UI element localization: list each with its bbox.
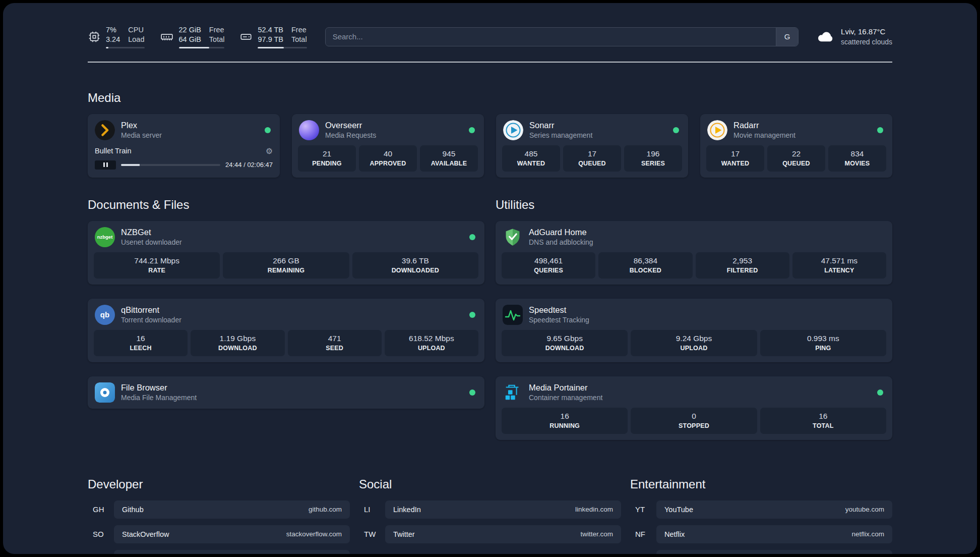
bookmark-group-developer: Developer GH Github github.com SO StackO… <box>88 477 350 554</box>
bookmark-netflix[interactable]: NF Netflix netflix.com <box>630 525 892 543</box>
disk-label-top: Free <box>291 25 307 35</box>
bookmark-pill: Netflix netflix.com <box>656 525 892 543</box>
bookmark-name: Github <box>122 506 144 514</box>
bookmark-abbr: YT <box>630 505 656 514</box>
weather-location: Lviv, 16.87°C <box>841 27 892 37</box>
service-subtitle: Torrent downloader <box>121 315 181 324</box>
service-card-qbittorrent[interactable]: qb qBittorrent Torrent downloader 16 <box>88 299 484 362</box>
service-card-overseerr[interactable]: Overseerr Media Requests 21 PENDING 40 A… <box>292 114 484 178</box>
bookmark-groups: Developer GH Github github.com SO StackO… <box>88 477 892 554</box>
stat-movies: 834 MOVIES <box>828 145 886 172</box>
bookmark-pill: Twitter twitter.com <box>385 525 621 543</box>
stats-row: 744.21 Mbps RATE 266 GB REMAINING 39.6 T… <box>94 252 478 278</box>
service-card-filebrowser[interactable]: File Browser Media File Management <box>88 376 484 409</box>
disk-progress-fill <box>258 47 284 48</box>
stat-download: 1.19 Gbps DOWNLOAD <box>191 330 284 356</box>
dashboard-content: 7% 3.24 CPU Load <box>3 3 977 554</box>
stat-stopped: 0 STOPPED <box>631 408 757 434</box>
stat-filtered: 2,953 FILTERED <box>696 252 789 278</box>
cpu-usage-value: 7% <box>106 25 120 35</box>
status-dot <box>877 389 883 396</box>
section-title-developer: Developer <box>88 477 350 491</box>
bookmark-abbr: LI <box>359 505 385 514</box>
pause-icon <box>103 162 105 167</box>
section-media: Media Plex Media server <box>88 91 892 178</box>
playback-progress-fill <box>121 164 140 166</box>
service-card-sonarr[interactable]: Sonarr Series management 485 WANTED 17 Q… <box>496 114 688 178</box>
search-bar: G <box>325 27 799 46</box>
pause-button[interactable] <box>95 160 116 170</box>
gear-icon[interactable]: ⚙ <box>266 146 273 156</box>
section-title-social: Social <box>359 477 621 491</box>
memory-icon <box>160 30 174 43</box>
service-card-speedtest[interactable]: Speedtest Speedtest Tracking 9.65 Gbps D… <box>496 299 892 362</box>
stat-wanted: 485 WANTED <box>502 145 560 172</box>
bookmark-name: StackOverflow <box>122 530 169 538</box>
service-card-radarr[interactable]: Radarr Movie management 17 WANTED 22 QUE… <box>700 114 892 178</box>
stat-wanted: 17 WANTED <box>706 145 764 172</box>
stats-row: 21 PENDING 40 APPROVED 945 AVAILABLE <box>298 145 478 172</box>
stat-leech: 16 LEECH <box>94 330 188 356</box>
stat-upload: 618.52 Mbps UPLOAD <box>385 330 478 356</box>
service-subtitle: Usenet downloader <box>121 238 182 247</box>
bookmark-url: twitter.com <box>580 530 613 538</box>
disk-label-bottom: Total <box>291 35 307 44</box>
middle-columns: Documents & Files nzbget NZBGet Usenet d… <box>88 198 892 440</box>
disk-free-value: 52.4 TB <box>258 25 283 35</box>
cpu-widget: 7% 3.24 CPU Load <box>88 25 145 48</box>
stat-remaining: 266 GB REMAINING <box>223 252 349 278</box>
service-card-nzbget[interactable]: nzbget NZBGet Usenet downloader 744.21 M… <box>88 221 484 285</box>
disk-progress-bar <box>258 47 307 48</box>
stat-series: 196 SERIES <box>624 145 682 172</box>
service-name: Plex <box>121 120 162 131</box>
stat-ping: 0.993 ms PING <box>760 330 886 356</box>
nzbget-icon: nzbget <box>95 227 115 247</box>
bookmark-github[interactable]: GH Github github.com <box>88 500 350 519</box>
weather-widget: Lviv, 16.87°C scattered clouds <box>817 27 892 46</box>
stat-latency: 47.571 ms LATENCY <box>792 252 886 278</box>
memory-progress-bar <box>179 47 225 48</box>
service-subtitle: Movie management <box>733 131 795 140</box>
service-card-adguard[interactable]: AdGuard Home DNS and adblocking 498,461 … <box>496 221 892 285</box>
bookmark-dev[interactable]: DT DEV dev.to <box>88 550 350 554</box>
stat-upload: 9.24 Gbps UPLOAD <box>631 330 757 356</box>
bookmark-pill: StackOverflow stackoverflow.com <box>114 525 350 543</box>
playback-progress-bar[interactable] <box>121 164 220 166</box>
cpu-label-bottom: Load <box>128 35 144 44</box>
status-dot <box>469 389 475 396</box>
memory-free-value: 22 GiB <box>179 25 201 35</box>
cpu-progress-fill <box>106 47 108 48</box>
section-title-entertainment: Entertainment <box>630 477 892 491</box>
service-name: Speedtest <box>529 305 589 315</box>
search-provider-button[interactable]: G <box>776 28 798 46</box>
memory-label-bottom: Total <box>209 35 225 44</box>
bookmark-reddit[interactable]: RE Reddit reddit.com <box>630 550 892 554</box>
service-card-plex[interactable]: Plex Media server Bullet Train ⚙ <box>88 114 280 178</box>
stats-row: 9.65 Gbps DOWNLOAD 9.24 Gbps UPLOAD 0.99… <box>502 330 886 356</box>
memory-label-top: Free <box>209 25 225 35</box>
bookmark-name: YouTube <box>664 506 693 514</box>
cpu-load-value: 3.24 <box>106 35 120 44</box>
bookmark-stackoverflow[interactable]: SO StackOverflow stackoverflow.com <box>88 525 350 543</box>
plex-icon <box>95 120 115 140</box>
bookmark-youtube[interactable]: YT YouTube youtube.com <box>630 500 892 519</box>
cloud-icon <box>817 28 835 45</box>
stat-seed: 471 SEED <box>288 330 382 356</box>
dashboard: 7% 3.24 CPU Load <box>3 3 977 554</box>
stat-download: 9.65 Gbps DOWNLOAD <box>502 330 628 356</box>
service-name: NZBGet <box>121 227 182 238</box>
section-title-utilities: Utilities <box>496 198 892 212</box>
search-input[interactable] <box>326 28 776 46</box>
bookmark-abbr: SO <box>88 530 114 538</box>
disk-total-value: 97.9 TB <box>258 35 283 44</box>
bookmark-url: linkedin.com <box>575 506 613 513</box>
bookmark-twitter[interactable]: TW Twitter twitter.com <box>359 525 621 543</box>
bookmark-url: netflix.com <box>851 530 884 538</box>
bookmark-url: youtube.com <box>845 506 884 513</box>
bookmark-group-social: Social LI LinkedIn linkedin.com TW Twitt… <box>359 477 621 543</box>
bookmark-linkedin[interactable]: LI LinkedIn linkedin.com <box>359 500 621 519</box>
service-card-portainer[interactable]: Media Portainer Container management 16 … <box>496 376 892 440</box>
service-subtitle: DNS and adblocking <box>529 238 593 247</box>
status-dot <box>469 234 475 240</box>
bookmark-url: github.com <box>309 506 342 513</box>
